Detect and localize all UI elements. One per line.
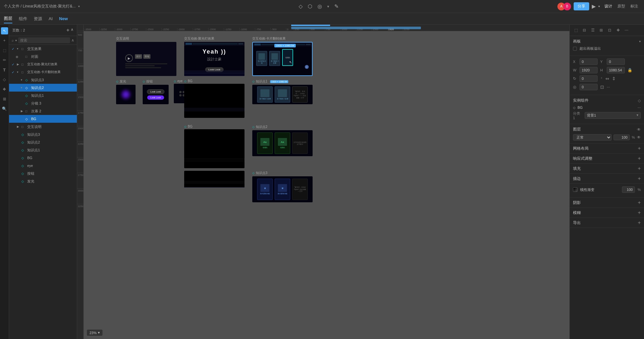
toggle-icon[interactable]: ▶ (17, 125, 20, 128)
panel-export[interactable]: 导出 + (570, 218, 644, 228)
move-tool[interactable]: + (1, 37, 8, 44)
toggle-icon[interactable]: ▶ (17, 63, 20, 66)
toggle-icon[interactable]: ▾ (21, 78, 24, 82)
subsection-bg-large[interactable]: ◇ BG (184, 125, 244, 168)
layer-item-cimu2[interactable]: ▶ □ 次幕 2 (9, 107, 77, 115)
layer-item-anniu[interactable]: ◇ 按钮 (9, 170, 77, 177)
layer-visibility-icon[interactable]: 👁 (637, 127, 641, 132)
secondnav-assets[interactable]: 资源 (34, 15, 42, 23)
toggle-icon[interactable]: ▶ (21, 109, 24, 113)
more-options-icon[interactable]: ··· (607, 85, 610, 89)
add-layer-button[interactable]: + (66, 27, 69, 33)
search-tool[interactable]: 🔍 (1, 105, 8, 112)
panel-tab-more[interactable]: ⋯ (623, 27, 630, 34)
eye-circle-icon[interactable]: ◎ (317, 3, 322, 9)
opacity-input[interactable] (614, 134, 630, 140)
opacity-visibility-icon[interactable]: 👁 (637, 135, 641, 140)
text-tool[interactable]: T (1, 66, 8, 73)
subsection-zhishidian1[interactable]: ◇ 知识点1 1920 × 1080.54 显卡翻新刀是哪 显卡翻新刀是哪 (252, 79, 313, 104)
w-input[interactable] (579, 67, 598, 73)
corner-input[interactable] (579, 84, 598, 90)
diamond-tool-icon[interactable]: ◇ (299, 3, 303, 9)
component-tool[interactable]: ❖ (1, 86, 8, 93)
share-button[interactable]: 分享 (574, 2, 589, 10)
category-chevron[interactable]: ▾ (637, 113, 638, 117)
layer-item-jiaohushuoming[interactable]: ▶ □ 交互说明 (9, 123, 77, 131)
tab-design[interactable]: 设计 (602, 3, 614, 10)
blend-mode-select[interactable]: 正常 (573, 134, 612, 141)
select-tool[interactable]: ↖ (1, 27, 8, 34)
frame-jiaohushuoming[interactable]: 交互说明 ▶ 设计 前端 (116, 36, 176, 76)
resize-icon[interactable]: ⊡ (600, 84, 604, 90)
layer-item-zhishidian3b[interactable]: ◇ 知识点3 (9, 131, 77, 138)
canvas-area[interactable]: -3500 -3250 -3000 -2750 -2500 -2250 -200… (77, 25, 569, 339)
subsection-bg-stripes[interactable] (184, 171, 244, 188)
search-input[interactable] (18, 37, 70, 43)
subsection-faguang[interactable]: ◇ 发光 (116, 79, 136, 104)
layer-item-kapian[interactable]: ✓ ▾ □ 交互动效-卡片翻转效果 (9, 68, 77, 76)
chevron-down-icon[interactable]: ▾ (327, 4, 329, 9)
chevron-down-icon[interactable]: ▾ (15, 39, 17, 42)
layer-item-fenjing3[interactable]: ◇ 分镜 3 (9, 99, 77, 107)
layer-item-faguang[interactable]: ◇ 发光 (9, 177, 77, 185)
exceed-checkbox[interactable] (573, 47, 577, 51)
tab-prototype[interactable]: 原型 (615, 3, 627, 10)
layer-item-juguang[interactable]: ✓ ▶ □ 交互动效-聚光灯效果 (9, 60, 77, 68)
frame-juguang[interactable]: 交互动效-聚光灯效果 Yeah )) 設計士豪 (184, 36, 244, 76)
frame-kapian[interactable]: 交互动效-卡片翻转效果 1920 × 1080.54 (252, 36, 313, 76)
shape-tool[interactable]: ◇ (1, 76, 8, 83)
layer-item-zhishidian1b[interactable]: ◇ 知识点1 (9, 146, 77, 154)
panel-grid-layout[interactable]: 网格布局 + (570, 144, 644, 154)
layer-item-bgb[interactable]: ◇ BG (9, 154, 77, 162)
layer-item-eye[interactable]: ◇ eye (9, 162, 77, 170)
instance-settings-icon[interactable]: ◇ (638, 98, 641, 103)
panel-tab-layout[interactable]: ⊡ (606, 27, 613, 34)
panel-tab-cols[interactable]: ⊞ (598, 27, 605, 34)
y-input[interactable] (607, 58, 625, 65)
rotate-input[interactable] (579, 75, 598, 82)
subsection-zhishidian3[interactable]: ◇ 知识点3 🖥 形式逻辑功能 🖥 (252, 171, 313, 202)
secondnav-components[interactable]: 组件 (19, 15, 27, 23)
play-button[interactable]: ▶ (592, 3, 596, 9)
pen-tool[interactable]: ✏ (1, 56, 8, 64)
zoom-chevron[interactable]: ▾ (98, 331, 100, 335)
zoom-display[interactable]: 23% ▾ (87, 330, 102, 336)
instance-more-icon[interactable]: ··· (638, 105, 641, 110)
collapse-all-button[interactable]: ∧ (71, 27, 74, 33)
add-stroke-button[interactable]: + (638, 176, 641, 182)
subsection-bg[interactable]: ◇ BG (184, 79, 244, 118)
frame-box-juguang[interactable]: Yeah )) 設計士豪 Look Look (184, 42, 244, 76)
canvas-scroll-area[interactable]: 交互说明 ▶ 设计 前端 (84, 31, 569, 339)
lock-ratio-icon[interactable]: 🔒 (627, 68, 632, 72)
subsection-anniu[interactable]: ◇ 按钮 Look Look Look Look (143, 79, 169, 104)
play-arrow-icon[interactable]: ▾ (598, 5, 600, 8)
add-blur-button[interactable]: + (638, 210, 641, 216)
secondnav-new[interactable]: New (59, 16, 68, 21)
grid-tool[interactable]: ⊞ (1, 95, 8, 103)
secondnav-ai[interactable]: AI (49, 15, 53, 22)
frame-tool[interactable]: ⬚ (1, 47, 8, 54)
transparency-value[interactable] (622, 186, 635, 193)
panel-canvas-arrow[interactable]: ▾ (639, 40, 641, 43)
panel-stroke[interactable]: 描边 + (570, 174, 644, 184)
x-input[interactable] (579, 58, 598, 65)
h-input[interactable] (607, 67, 625, 73)
layer-item-fengmian[interactable]: ◉ □ 封面 (9, 53, 77, 60)
layer-item-bg1[interactable]: ◇ BG (9, 115, 77, 123)
add-responsive-button[interactable]: + (638, 156, 641, 161)
chevron-down-icon[interactable]: ▾ (78, 5, 80, 8)
toggle-icon[interactable]: ▾ (17, 47, 20, 50)
tab-annotation[interactable]: 标注 (628, 3, 640, 10)
toggle-icon[interactable]: ▾ (17, 70, 20, 74)
subsection-zhishidian2[interactable]: ◇ 知识点2 Aa 信借比 Aa (252, 125, 313, 156)
layer-item-zhishidian1[interactable]: ◇ 知识点1 (9, 92, 77, 99)
gradient-swatch[interactable] (573, 187, 578, 192)
frame-box-jiaohushuoming[interactable]: ▶ 设计 前端 (116, 42, 176, 76)
layer-item-zhishidian2b[interactable]: ◇ 知识点2 (9, 138, 77, 146)
panel-tab-list[interactable]: ☰ (589, 27, 596, 34)
panel-tab-grid[interactable]: ⊟ (581, 27, 588, 34)
toggle-icon[interactable]: ▾ (21, 86, 24, 89)
layer-item-zhishidian3[interactable]: ▾ ◇ 知识点3 (9, 76, 77, 84)
panel-shadow[interactable]: 阴影 + (570, 198, 644, 208)
flip-h-icon[interactable]: ⇔ (605, 76, 609, 81)
